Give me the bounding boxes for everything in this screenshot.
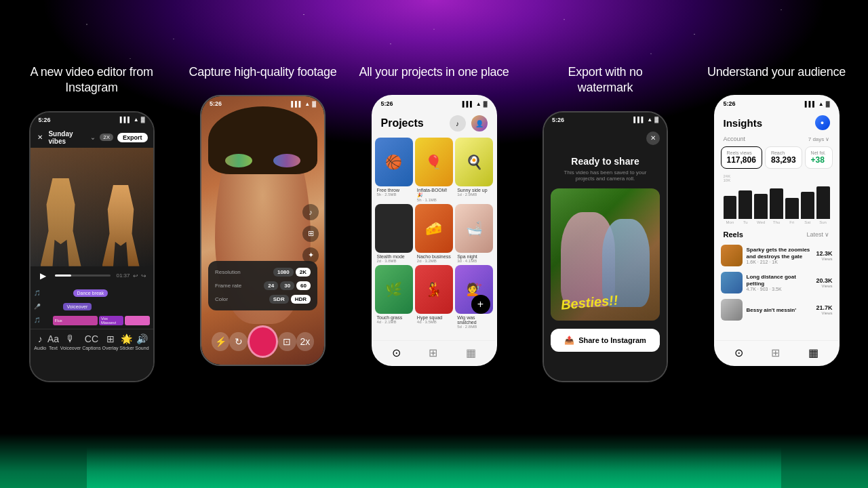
feature-col-1: A new video editor from Instagram 5:26 ▌… [10, 64, 173, 382]
reel-views-label-1: Views [816, 257, 832, 261]
project-thumbnail-1: 🏀 [375, 138, 413, 186]
bar-day-label-Mon: Mon [726, 220, 734, 224]
reels-sort-button[interactable]: Latest ∨ [806, 231, 829, 238]
reel-info-2: Long distance goat petting 4.7K · 903 · … [747, 274, 812, 291]
bottom-nav-5: ⊙ ⊞ ▦ [715, 340, 838, 365]
gallery-icon[interactable]: ⊡ [278, 332, 296, 351]
bar-day-label-Sat: Sat [804, 220, 810, 224]
music-tool-icon[interactable]: ♪ [302, 204, 319, 220]
play-button[interactable]: ▶ [37, 270, 50, 282]
color-options: SDR HDR [269, 295, 311, 304]
resolution-1080[interactable]: 1080 [273, 268, 294, 277]
grid-tool-icon[interactable]: ⊞ [302, 226, 319, 242]
signal-icon-2: ▌▌▌ [291, 101, 302, 107]
color-hdr[interactable]: HDR [291, 295, 311, 304]
project-cell-8[interactable]: 💃 Hype squad 4d · 3.5MB [415, 265, 453, 329]
fps-60[interactable]: 60 [296, 281, 311, 290]
nav-grid-icon[interactable]: ⊞ [429, 346, 437, 359]
flip-icon[interactable]: ↻ [229, 332, 247, 351]
track-icon-3: 🎵 [34, 317, 50, 323]
voiceover-icon: 🎙 [66, 333, 75, 344]
projects-title: Projects [381, 117, 424, 129]
undo-icon[interactable]: ↩ [133, 272, 138, 279]
toolbar-captions[interactable]: CC Captions [82, 333, 101, 350]
resolution-badge: 2X [100, 134, 113, 141]
project-thumbnail-4 [375, 204, 413, 253]
status-bar-1: 5:26 ▌▌▌ ▲ ▓ [31, 113, 153, 127]
music-header-icon[interactable]: ♪ [450, 115, 466, 131]
track-icon-2: 🎤 [34, 304, 50, 310]
overlay-icon: ⊞ [106, 333, 115, 344]
fps-30[interactable]: 30 [280, 281, 294, 290]
project-cell-1[interactable]: 🏀 Free throw 5h · 2.5MB [375, 138, 413, 202]
nav-home-icon-5[interactable]: ⊙ [734, 346, 743, 359]
sticker-label: Sticker [119, 346, 134, 350]
phone-2: 5:26 ▌▌▌ ▲ ▓ ♪ ⊞ ✦ [200, 95, 326, 366]
resolution-2k[interactable]: 2K [296, 268, 311, 277]
project-name-6: Spa night [455, 254, 493, 259]
bar-Mon [724, 196, 737, 219]
track-icon-1: 🎵 [34, 290, 50, 296]
feature-title-2: Capture high-quality footage [189, 64, 337, 80]
bar-day-label-Wed: Wed [757, 220, 765, 224]
fps-24[interactable]: 24 [264, 281, 278, 290]
project-cell-4[interactable]: Stealth mode 2d · 3.8MB [375, 204, 413, 263]
toolbar-overlay[interactable]: ⊞ Overlay [102, 333, 118, 350]
close-btn-1[interactable]: ✕ [36, 133, 45, 142]
insights-badge-icon[interactable]: ● [815, 115, 830, 130]
project-name-4: Stealth mode [375, 254, 413, 259]
timeline-bar[interactable] [55, 274, 111, 277]
phone-4: 5:26 ▌▌▌ ▲ ▓ ✕ Ready to share This video… [542, 111, 668, 382]
project-cell-3[interactable]: 🍳 Sunny side up 1d · 2.9MB [455, 138, 493, 202]
nav-grid-icon-5[interactable]: ⊞ [771, 346, 780, 359]
profile-header-icon[interactable]: 👤 [471, 115, 488, 131]
wifi-icon-2: ▲ [304, 101, 310, 107]
nav-chart-icon[interactable]: ▦ [466, 346, 476, 359]
nav-home-icon[interactable]: ⊙ [392, 346, 401, 359]
export-header: ✕ [544, 127, 667, 149]
project-name-1: Free throw [375, 188, 413, 192]
battery-icon-5: ▓ [826, 101, 830, 107]
bar-Sat [801, 192, 814, 219]
bar-Thu [770, 188, 783, 219]
reel-item-3[interactable]: Bessy ain't messin' 21.7K Views [715, 296, 838, 323]
reel-item-2[interactable]: Long distance goat petting 4.7K · 903 · … [715, 269, 838, 296]
nav-chart-icon-5[interactable]: ▦ [808, 346, 818, 359]
project-thumbnail-8: 💃 [415, 265, 453, 314]
period-selector[interactable]: 7 days ∨ [808, 136, 830, 142]
project-cell-7[interactable]: 🌿 Touch grass 4d · 2.1MB [375, 265, 413, 329]
share-instagram-button[interactable]: 📤 Share to Instagram [551, 329, 660, 352]
toolbar-sound[interactable]: 🔊 Sound [135, 333, 149, 350]
vox-segment: Vox Massevi [99, 316, 123, 325]
reels-views-value: 117,806 [727, 155, 756, 165]
project-thumbnail-6: 🛁 [455, 204, 493, 253]
project-cell-2[interactable]: 🎈 Inflata-BOOM! 🎉 5h · 1.1MB [415, 138, 453, 202]
export-button-1[interactable]: Export [117, 133, 148, 142]
reel-metrics-3: 21.7K Views [816, 304, 832, 315]
reel-views-label-2: Views [816, 284, 832, 288]
flash-icon[interactable]: ⚡ [212, 332, 229, 351]
status-bar-2: 5:26 ▌▌▌ ▲ ▓ [201, 96, 324, 111]
bar-Sun [816, 186, 830, 219]
project-cell-6[interactable]: 🛁 Spa night 3d · 4.1MB [455, 204, 493, 263]
toolbar-sticker[interactable]: 🌟 Sticker [119, 333, 134, 350]
phone1-header: ✕ Sunday vibes ⌄ 2X Export [31, 127, 153, 148]
speed-icon[interactable]: 2x [296, 332, 314, 351]
reel-item-1[interactable]: Sparky gets the zoomies and destroys the… [715, 242, 838, 269]
add-project-button[interactable]: + [471, 295, 490, 314]
toolbar-audio[interactable]: ♪ Audio [34, 333, 46, 350]
phone1-video-editor: 5:26 ▌▌▌ ▲ ▓ ✕ Sunday vibes ⌄ [31, 113, 153, 381]
project-thumbnail-3: 🍳 [455, 138, 493, 186]
dance-break-chip: Dance break [73, 289, 108, 297]
redo-icon[interactable]: ↪ [141, 272, 146, 279]
exported-video-preview: Besties!! [551, 188, 660, 321]
toolbar-voiceover[interactable]: 🎙 Voiceover [60, 333, 81, 350]
project-meta-3: 1d · 2.9MB [455, 192, 493, 197]
toolbar-text[interactable]: Aa Text [47, 333, 59, 350]
project-cell-5[interactable]: 🧀 Nacho business 2d · 3.2MB [415, 204, 453, 263]
record-button[interactable] [248, 325, 279, 358]
close-export-button[interactable]: ✕ [646, 131, 660, 145]
color-sdr[interactable]: SDR [269, 295, 289, 304]
project-name-3: Sunny side up [455, 188, 493, 192]
reel-metrics-2: 20.3K Views [816, 277, 832, 288]
